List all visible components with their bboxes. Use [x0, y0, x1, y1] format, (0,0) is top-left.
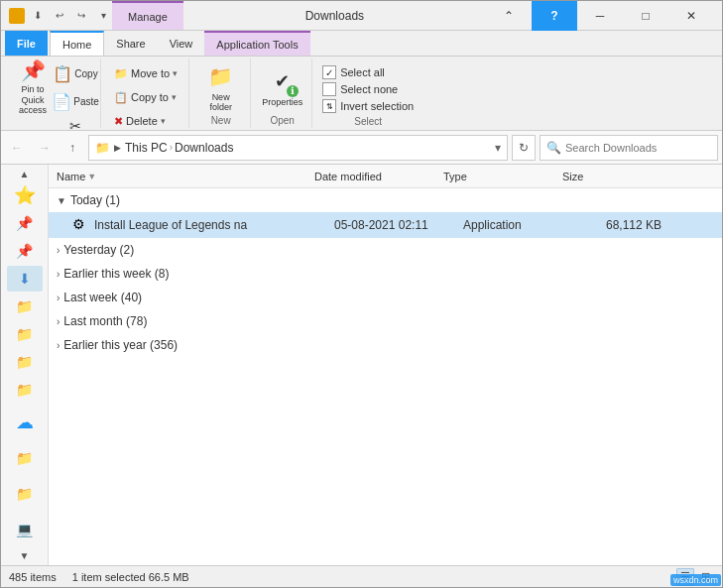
open-label: Open	[270, 113, 294, 126]
sidebar-scroll-down[interactable]: ▼	[15, 549, 35, 561]
paste-btn[interactable]: 📄 Paste	[57, 88, 94, 114]
window: ⬇ ↩ ↪ ▾ Manage Downloads ⌃ ? ─ □ ✕ File …	[0, 0, 723, 588]
sidebar-item-star[interactable]: ⭐	[7, 182, 43, 208]
addr-folder-icon: 📁	[95, 141, 110, 155]
title-bar-left: ⬇ ↩ ↪ ▾	[9, 7, 112, 25]
sidebar-item-7[interactable]: 📁	[7, 440, 43, 476]
properties-icon: ✔ ℹ	[269, 67, 297, 95]
sidebar-item-3[interactable]: 📁	[7, 294, 43, 319]
clipboard-buttons: 📌 Pin to Quick access 📋 Copy 📄 Paste	[11, 60, 94, 136]
copy-icon: 📋	[53, 63, 72, 83]
file-row-lol[interactable]: ⚙ Install League of Legends na 05-08-202…	[49, 212, 722, 238]
col-header-type[interactable]: Type	[443, 171, 562, 182]
chevron-earlier-week: ›	[57, 269, 60, 280]
minimize-btn[interactable]: ─	[577, 1, 623, 31]
search-box[interactable]: 🔍	[540, 135, 718, 161]
maximize-btn[interactable]: □	[623, 1, 668, 31]
group-earlier-week[interactable]: › Earlier this week (8)	[49, 262, 722, 286]
properties-btn[interactable]: ✔ ℹ Properties	[261, 60, 304, 113]
breadcrumb-downloads[interactable]: Downloads	[175, 141, 233, 155]
close-btn[interactable]: ✕	[668, 1, 714, 31]
sidebar-item-6[interactable]: 📁	[7, 377, 43, 403]
pin-to-quick-access-btn[interactable]: 📌 Pin to Quick access	[11, 60, 55, 114]
address-bar: ← → ↑ 📁 ▶ This PC › Downloads ▾ ↻ 🔍	[1, 131, 722, 165]
group-organize: 📁 Move to ▾ 📋 Copy to ▾ ✖ Delete ▾	[103, 59, 189, 128]
copy-to-icon: 📋	[114, 91, 128, 104]
manage-tab-title: Manage	[112, 1, 183, 30]
sidebar-item-8[interactable]: 📁	[7, 476, 43, 512]
new-folder-btn[interactable]: 📁 New folder	[199, 60, 243, 113]
group-yesterday[interactable]: › Yesterday (2)	[49, 238, 722, 262]
tab-file[interactable]: File	[5, 31, 48, 56]
group-last-month[interactable]: › Last month (78)	[49, 309, 722, 333]
breadcrumb-thispc[interactable]: This PC	[125, 141, 168, 155]
ribbon: File Home Share View Application Tools 📌	[1, 31, 722, 131]
col-header-date[interactable]: Date modified	[314, 171, 443, 182]
dropdown-btn[interactable]: ▾	[94, 7, 112, 25]
delete-btn[interactable]: ✖ Delete ▾	[109, 110, 182, 132]
back-btn[interactable]: ←	[5, 136, 29, 160]
sidebar-item-4[interactable]: 📁	[7, 321, 43, 347]
tab-share[interactable]: Share	[104, 31, 157, 56]
select-all-check-icon: ✓	[322, 65, 336, 79]
file-pane: Name ▼ Date modified Type Size ▼ Tod	[49, 165, 722, 565]
refresh-btn[interactable]: ↻	[512, 135, 536, 161]
help-btn[interactable]: ?	[532, 1, 577, 31]
up-btn[interactable]: ↑	[60, 136, 84, 160]
ribbon-content: 📌 Pin to Quick access 📋 Copy 📄 Paste	[1, 57, 722, 130]
chevron-last-month: ›	[57, 316, 60, 327]
copy-to-btn[interactable]: 📋 Copy to ▾	[109, 86, 182, 108]
chevron-earlier-year: ›	[57, 340, 60, 351]
group-last-week[interactable]: › Last week (40)	[49, 286, 722, 309]
item-count: 485 items	[9, 571, 57, 583]
invert-selection-btn[interactable]: ⇅ Invert selection	[320, 98, 416, 114]
tab-view[interactable]: View	[158, 31, 205, 56]
search-input[interactable]	[565, 142, 711, 154]
col-header-size[interactable]: Size	[562, 171, 642, 182]
sidebar-scroll-up[interactable]: ▲	[15, 169, 35, 180]
group-earlier-year[interactable]: › Earlier this year (356)	[49, 333, 722, 357]
undo-btn[interactable]: ↩	[51, 7, 68, 25]
ribbon-tab-bar: File Home Share View Application Tools	[1, 31, 722, 57]
chev-up-btn[interactable]: ⌃	[486, 1, 532, 31]
copy-paste-stack: 📋 Copy 📄 Paste ✂	[57, 60, 94, 136]
select-none-btn[interactable]: Select none	[320, 81, 416, 97]
redo-btn[interactable]: ↪	[72, 7, 90, 25]
breadcrumb: This PC › Downloads	[125, 141, 491, 155]
addr-arrow-icon: ▶	[114, 143, 121, 153]
file-list-body: ▼ Today (1) ⚙ Install League of Legends …	[49, 188, 722, 565]
sidebar: ▲ ⭐ 📌 📌 ⬇ 📁 📁 📁 📁 ☁ 📁 📁 💻 ▼	[1, 165, 49, 565]
select-all-btn[interactable]: ✓ Select all	[320, 64, 416, 80]
group-today[interactable]: ▼ Today (1)	[49, 188, 722, 212]
new-folder-icon: 📁	[207, 62, 235, 90]
move-to-icon: 📁	[114, 67, 128, 80]
copy-btn[interactable]: 📋 Copy	[57, 60, 94, 86]
quick-access-btn[interactable]: ⬇	[29, 7, 47, 25]
search-icon: 🔍	[546, 141, 561, 155]
select-label: Select	[354, 114, 382, 127]
forward-btn[interactable]: →	[33, 136, 57, 160]
watermark: wsxdn.com	[670, 574, 721, 586]
tab-home[interactable]: Home	[50, 31, 104, 56]
sidebar-item-downloads[interactable]: ⬇	[7, 266, 43, 292]
pin-icon: 📌	[19, 59, 47, 82]
address-box[interactable]: 📁 ▶ This PC › Downloads ▾	[88, 135, 508, 161]
group-new: 📁 New folder New	[191, 59, 251, 128]
sidebar-item-2[interactable]: 📌	[7, 238, 43, 264]
sidebar-item-5[interactable]: 📁	[7, 349, 43, 375]
main-content: ▲ ⭐ 📌 📌 ⬇ 📁 📁 📁 📁 ☁ 📁 📁 💻 ▼ Name	[1, 165, 722, 565]
address-dropdown-btn[interactable]: ▾	[495, 141, 501, 155]
sidebar-item-cloud[interactable]: ☁	[7, 405, 43, 440]
select-buttons: ✓ Select all Select none ⇅ Invert select…	[320, 60, 416, 114]
sidebar-item-1[interactable]: 📌	[7, 210, 43, 236]
tab-application-tools[interactable]: Application Tools	[204, 31, 309, 56]
col-header-name[interactable]: Name ▼	[57, 171, 314, 182]
move-to-btn[interactable]: 📁 Move to ▾	[109, 62, 182, 84]
sidebar-item-pc[interactable]: 💻	[7, 512, 43, 547]
delete-icon: ✖	[114, 115, 123, 128]
window-controls: ⌃ ? ─ □ ✕	[486, 1, 714, 31]
file-list-header: Name ▼ Date modified Type Size	[49, 165, 722, 188]
selected-info: 1 item selected 66.5 MB	[72, 571, 189, 583]
group-clipboard: 📌 Pin to Quick access 📋 Copy 📄 Paste	[5, 59, 101, 128]
status-bar: 485 items 1 item selected 66.5 MB ☰ ⊞	[1, 565, 722, 587]
